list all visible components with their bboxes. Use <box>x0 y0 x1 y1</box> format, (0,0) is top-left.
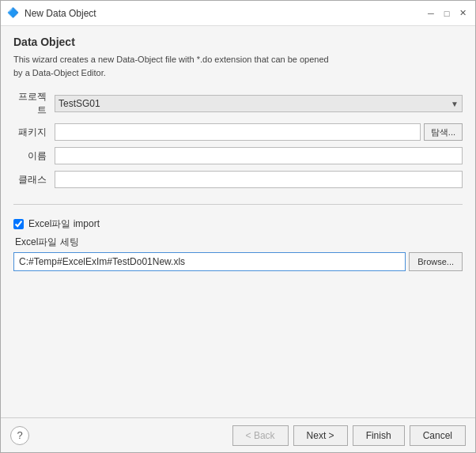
separator <box>13 204 463 205</box>
project-row: 프로젝트 TestSG01 ▼ <box>13 90 463 117</box>
class-label: 클래스 <box>13 173 55 187</box>
class-row: 클래스 <box>13 171 463 188</box>
back-button[interactable]: < Back <box>232 425 289 446</box>
package-label: 패키지 <box>13 126 55 139</box>
excel-import-row: Excel파일 import <box>13 217 463 231</box>
excel-settings-label: Excel파일 세팅 <box>15 236 463 249</box>
next-button[interactable]: Next > <box>293 425 348 446</box>
finish-button[interactable]: Finish <box>353 425 405 446</box>
project-select[interactable]: TestSG01 ▼ <box>55 95 463 112</box>
description-line2: by a Data-Object Editor. <box>13 68 106 77</box>
package-row: 패키지 탐색... <box>13 123 463 141</box>
project-label: 프로젝트 <box>13 90 55 117</box>
window-title: New Data Object <box>25 8 420 19</box>
package-input[interactable] <box>55 123 421 141</box>
footer-buttons: < Back Next > Finish Cancel <box>232 425 466 446</box>
content-area: Data Object This wizard creates a new Da… <box>1 26 475 417</box>
name-row: 이름 <box>13 147 463 164</box>
title-bar-controls: ─ □ ✕ <box>425 7 469 20</box>
excel-file-row: Browse... <box>13 252 463 271</box>
description-line1: This wizard creates a new Data-Object fi… <box>13 55 329 64</box>
help-button[interactable]: ? <box>10 426 29 445</box>
excel-browse-button[interactable]: Browse... <box>409 252 463 271</box>
project-value: TestSG01 <box>59 98 100 109</box>
maximize-button[interactable]: □ <box>440 7 453 20</box>
excel-import-checkbox[interactable] <box>13 219 24 229</box>
excel-file-input[interactable] <box>13 252 406 271</box>
window-icon: 🔷 <box>7 7 20 20</box>
project-dropdown-arrow: ▼ <box>451 100 459 108</box>
description-text: This wizard creates a new Data-Object fi… <box>13 53 463 79</box>
browse-button[interactable]: 탐색... <box>424 123 463 141</box>
name-input[interactable] <box>55 147 463 164</box>
cancel-button[interactable]: Cancel <box>410 425 466 446</box>
title-bar: 🔷 New Data Object ─ □ ✕ <box>1 1 475 26</box>
name-label: 이름 <box>13 149 55 163</box>
minimize-button[interactable]: ─ <box>425 7 437 20</box>
class-input[interactable] <box>55 171 463 188</box>
close-button[interactable]: ✕ <box>456 7 469 20</box>
excel-section: Excel파일 import Excel파일 세팅 Browse... <box>13 217 463 271</box>
excel-import-label[interactable]: Excel파일 import <box>28 217 100 231</box>
main-window: 🔷 New Data Object ─ □ ✕ Data Object This… <box>0 0 476 453</box>
section-title: Data Object <box>13 36 463 48</box>
footer: ? < Back Next > Finish Cancel <box>1 417 475 452</box>
